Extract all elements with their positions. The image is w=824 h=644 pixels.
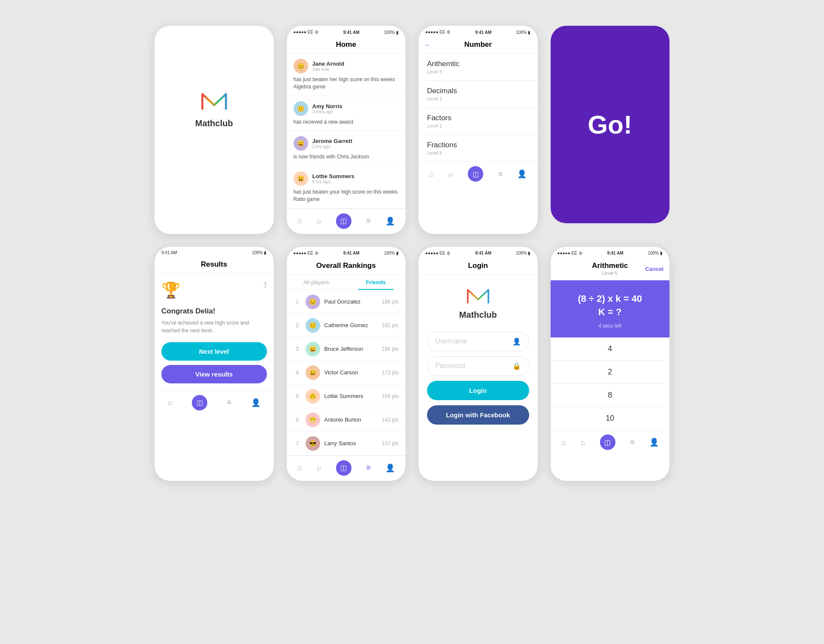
nav-search-rank[interactable]: ⌕	[317, 463, 321, 472]
answer-0[interactable]: 4	[551, 337, 670, 361]
cancel-button[interactable]: Cancel	[645, 266, 663, 272]
login-app-title: Mathclub	[459, 310, 497, 320]
nav-search-results[interactable]: ⌕	[168, 398, 173, 407]
nav-activity-icon-num[interactable]: ◫	[468, 166, 483, 182]
nav-home-icon[interactable]: ⌂	[297, 216, 302, 225]
nav-activity-icon[interactable]: ◫	[336, 213, 351, 229]
category-list: Arithemtic Level 5 Decimals Level 1 Fact…	[418, 54, 538, 161]
answer-1[interactable]: 2	[551, 361, 670, 384]
next-level-button[interactable]: Next level	[161, 342, 267, 361]
splash-title: Mathclub	[195, 118, 233, 128]
nav-search-arith[interactable]: ⌕	[581, 438, 585, 447]
feed-item-1: 🙂 Amy Norris 3 mins ago has recieved a n…	[287, 96, 406, 131]
rankings-tabs: All players Friends	[287, 275, 406, 290]
answer-2[interactable]: 8	[551, 384, 670, 407]
category-decimals[interactable]: Decimals Level 1	[418, 81, 538, 108]
nav-menu-results[interactable]: ≡	[227, 398, 232, 407]
nav-search-icon[interactable]: ⌕	[317, 216, 321, 225]
nav-profile-icon[interactable]: 👤	[385, 216, 395, 226]
login-logo-area: Mathclub	[427, 283, 529, 320]
quiz-box: (8 ÷ 2) x k = 40 K = ? 4 secs left	[551, 280, 670, 338]
congrats-title: Congrats Delia!	[161, 307, 267, 316]
nav-activity-results[interactable]: ◫	[192, 395, 207, 410]
rank-name-0: Paul Gonzalez	[324, 298, 378, 305]
number-screen: ●●●●● EE 令 9:41 AM 100% ▮ ← Number Arith…	[418, 26, 538, 234]
splash-content: Mathclub	[154, 26, 274, 189]
nav-activity-arith[interactable]: ◫	[600, 434, 615, 450]
home-header: Home	[287, 37, 406, 54]
rank-pts-0: 188 pts	[382, 299, 399, 305]
feed-item-3: 😀 Lottie Summers 8 hrs ago has just beat…	[287, 166, 406, 209]
signal-arithmetic: ●●●●● EE 令	[557, 250, 583, 256]
login-button[interactable]: Login	[427, 381, 529, 400]
cat-name-2: Factors	[427, 114, 529, 122]
rank-num-2: 3	[294, 346, 301, 352]
rank-pts-6: 137 pts	[382, 440, 399, 447]
share-button[interactable]: ⤴	[263, 281, 267, 290]
nav-rankings-rank[interactable]: ≡	[366, 463, 371, 472]
nav-menu-icon[interactable]: ≡	[366, 216, 371, 225]
rank-pts-1: 192 pts	[382, 322, 399, 328]
results-screen: 9:41 AM 100% ▮ Results 🏆 ⤴ Congrats Deli…	[154, 247, 274, 481]
status-bar-home: ●●●●● EE 令 9:41 AM 100% ▮	[287, 26, 406, 37]
rank-item-1: 2 🙂 Catherine Gomez 192 pts	[287, 314, 406, 337]
answer-options: 4 2 8 10	[551, 337, 670, 430]
arithmetic-screen: ●●●●● EE 令 9:41 AM 100% ▮ Arithmetic Lev…	[551, 247, 670, 481]
back-button[interactable]: ←	[424, 41, 431, 49]
category-factors[interactable]: Factors Level 2	[418, 108, 538, 135]
cat-level-3: Level 6	[427, 150, 529, 155]
time-rankings: 9:41 AM	[343, 251, 360, 255]
results-top-area: 🏆 ⤴	[154, 273, 274, 307]
feed-time-1: 3 mins ago	[312, 109, 342, 114]
nav-profile-rank[interactable]: 👤	[385, 463, 395, 473]
arithmetic-header: Arithmetic Level 5 Cancel	[551, 258, 670, 280]
rank-name-4: Lottie Summers	[324, 393, 378, 399]
nav-menu-arith[interactable]: ≡	[630, 438, 635, 447]
rank-num-4: 5	[294, 393, 301, 399]
battery-rankings: 100% ▮	[384, 251, 399, 255]
rank-item-6: 7 😎 Larry Santos 137 pts	[287, 432, 406, 456]
nav-profile-results[interactable]: 👤	[251, 398, 261, 407]
answer-3[interactable]: 10	[551, 407, 670, 430]
cat-name-3: Fractions	[427, 141, 529, 149]
status-bar-arithmetic: ●●●●● EE 令 9:41 AM 100% ▮	[551, 247, 670, 258]
cat-name-0: Arithemtic	[427, 60, 529, 68]
nav-home-icon-num[interactable]: ⌂	[429, 170, 434, 179]
feed-name-3: Lottie Summers	[312, 173, 354, 179]
quiz-equation: (8 ÷ 2) x k = 40 K = ?	[557, 292, 663, 319]
rank-pts-4: 154 pts	[382, 393, 399, 399]
rank-item-0: 1 😊 Paul Gonzalez 188 pts	[287, 290, 406, 314]
rank-num-6: 7	[294, 440, 301, 447]
number-header: ← Number	[418, 37, 538, 54]
rank-avatar-1: 🙂	[306, 318, 320, 333]
signal-number: ●●●●● EE 令	[425, 29, 451, 35]
cat-level-0: Level 5	[427, 69, 529, 74]
rank-item-3: 4 😀 Victor Carson 173 pts	[287, 361, 406, 385]
nav-profile-icon-num[interactable]: 👤	[517, 169, 527, 179]
signal-rankings: ●●●●● EE 令	[294, 250, 319, 256]
nav-menu-icon-num[interactable]: ≡	[498, 170, 503, 179]
password-field[interactable]: Password 🔒	[427, 356, 529, 376]
nav-home-rank[interactable]: ⌂	[297, 463, 302, 472]
category-fractions[interactable]: Fractions Level 6	[418, 135, 538, 161]
category-arithmetic[interactable]: Arithemtic Level 5	[418, 54, 538, 81]
results-header: Results	[154, 257, 274, 273]
rank-num-1: 2	[294, 322, 301, 328]
trophy-icon: 🏆	[161, 281, 181, 299]
rankings-list: 1 😊 Paul Gonzalez 188 pts 2 🙂 Catherine …	[287, 290, 406, 456]
rank-avatar-4: 🙃	[306, 389, 320, 404]
nav-home-arith[interactable]: ⌂	[561, 438, 566, 447]
feed-item-2: 😄 Jerome Garrett 2 hrs ago is now friend…	[287, 131, 406, 166]
facebook-login-button[interactable]: Login with Facebook	[427, 405, 529, 425]
feed-text-3: has just beaten your high score on this …	[294, 188, 399, 203]
view-results-button[interactable]: View results	[161, 365, 267, 383]
username-field[interactable]: Username 👤	[427, 332, 529, 351]
tab-all-players[interactable]: All players	[287, 275, 346, 290]
rank-name-5: Antonio Burton	[324, 416, 378, 423]
tab-friends[interactable]: Friends	[346, 275, 406, 290]
nav-activity-rank[interactable]: ◫	[336, 460, 351, 476]
nav-search-icon-num[interactable]: ⌕	[448, 170, 453, 179]
nav-profile-arith[interactable]: 👤	[649, 437, 659, 447]
cat-level-1: Level 1	[427, 96, 529, 101]
feed-time-0: Just now	[312, 67, 345, 72]
